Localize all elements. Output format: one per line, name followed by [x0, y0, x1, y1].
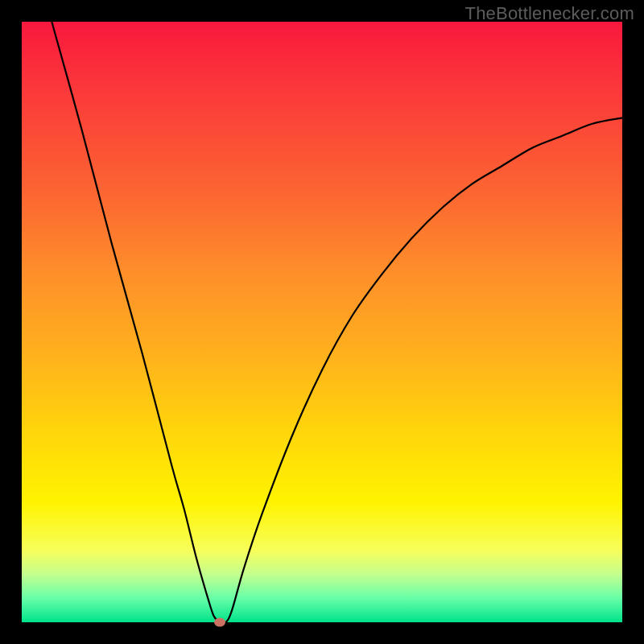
- bottleneck-curve: [22, 22, 622, 622]
- plot-area: [22, 22, 622, 622]
- curve-path: [52, 22, 622, 623]
- chart-frame: TheBottlenecker.com: [0, 0, 644, 644]
- optimum-marker: [214, 618, 225, 627]
